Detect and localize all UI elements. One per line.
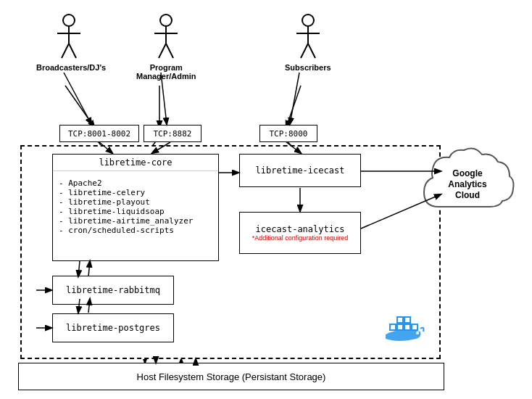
subscribers-label: Subscribers [285, 63, 331, 72]
google-analytics-cloud: Google Analytics Cloud [417, 141, 518, 225]
svg-line-46 [290, 73, 299, 124]
svg-point-23 [160, 15, 172, 26]
architecture-diagram: Broadcasters/DJ's ProgramManager/Admin S… [0, 0, 532, 399]
libretime-rabbitmq-box: libretime-rabbitmq [52, 276, 174, 305]
libretime-core-contents: - Apache2 - libretime-celery - libretime… [53, 174, 218, 239]
svg-line-2 [286, 86, 301, 127]
svg-text:Google: Google [452, 168, 483, 178]
libretime-postgres-box: libretime-postgres [52, 313, 174, 342]
docker-icon [384, 311, 428, 349]
svg-rect-38 [412, 324, 417, 330]
svg-point-28 [302, 15, 314, 26]
tcp-8882-box: TCP:8882 [144, 125, 201, 142]
svg-rect-33 [390, 324, 396, 330]
tcp-8000-box: TCP:8000 [259, 125, 317, 142]
svg-rect-34 [397, 324, 403, 330]
actor-program-manager: ProgramManager/Admin [136, 13, 196, 81]
svg-line-27 [166, 44, 173, 58]
icecast-analytics-sublabel: *Additional configuration required [252, 234, 349, 242]
svg-line-32 [308, 44, 315, 58]
svg-line-44 [64, 73, 91, 124]
svg-point-18 [63, 15, 75, 26]
libretime-core-title: libretime-core [53, 155, 218, 171]
svg-point-39 [416, 332, 419, 334]
svg-line-26 [159, 44, 166, 58]
svg-rect-35 [404, 324, 410, 330]
actor-broadcasters: Broadcasters/DJ's [36, 13, 101, 72]
svg-rect-36 [397, 317, 403, 323]
icecast-analytics-label: icecast-analytics [256, 224, 345, 234]
actor-subscribers: Subscribers [285, 13, 331, 72]
icecast-analytics-box: icecast-analytics *Additional configurat… [239, 212, 361, 254]
libretime-icecast-box: libretime-icecast [239, 154, 361, 187]
svg-text:Cloud: Cloud [455, 190, 480, 200]
svg-rect-37 [404, 317, 410, 323]
svg-line-21 [62, 44, 69, 58]
svg-line-22 [69, 44, 76, 58]
libretime-core-box: libretime-core - Apache2 - libretime-cel… [52, 154, 219, 261]
svg-line-31 [301, 44, 308, 58]
program-manager-label: ProgramManager/Admin [136, 63, 196, 81]
broadcasters-label: Broadcasters/DJ's [36, 63, 101, 72]
svg-text:Analytics: Analytics [448, 179, 487, 189]
host-storage-box: Host Filesystem Storage (Persistant Stor… [18, 363, 444, 390]
tcp-8001-box: TCP:8001-8002 [59, 125, 139, 142]
svg-line-0 [65, 86, 94, 127]
